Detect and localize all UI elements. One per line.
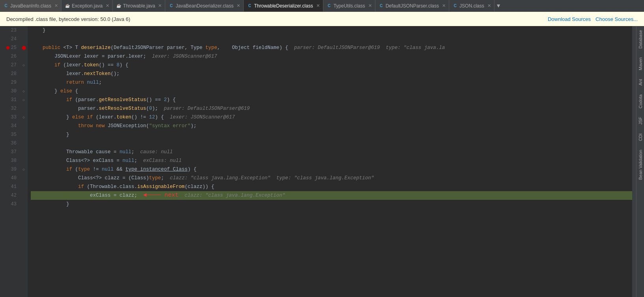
gutter-38 [20, 156, 28, 165]
gutter-41 [20, 182, 28, 191]
tab-label-throwabledeserializer: ThrowableDeserializer.class [254, 3, 313, 9]
code-line-26: JSONLexer lexer = parser.lexer; lexer: J… [31, 52, 632, 61]
tab-icon-throwabledeserializer: C [247, 3, 252, 9]
vertical-scrollbar[interactable] [632, 26, 636, 297]
gutter-34 [20, 122, 28, 130]
gutter-28 [20, 70, 28, 78]
tab-close-javabeandeserializer[interactable]: ✕ [237, 3, 240, 8]
code-line-40: Class<?> clazz = (Class)type; clazz: "cl… [31, 174, 632, 182]
tab-label-exception: Exception.java [72, 3, 103, 9]
line-num-30: 30 [3, 87, 17, 96]
sidebar-tab-cdi[interactable]: CDI [637, 130, 644, 145]
line-num-41: 41 [3, 182, 17, 191]
line-num-27: 27 [3, 61, 17, 70]
tab-label-javabeandeserializer: JavaBeanDeserializer.class [175, 3, 233, 9]
line-num-39: 39 [3, 165, 17, 174]
choose-sources-link[interactable]: Choose Sources... [595, 16, 638, 22]
gutter-37 [20, 148, 28, 156]
code-line-23: } [31, 26, 632, 35]
code-line-31: if (parser.getResolveStatus() == 2) { [31, 96, 632, 104]
code-editor[interactable]: 23 24 25 26 27 28 29 30 31 32 33 34 35 3… [0, 26, 636, 297]
line-num-23: 23 [3, 26, 17, 35]
gutter-26 [20, 52, 28, 61]
sidebar-tab-maven[interactable]: Maven [637, 53, 644, 74]
tab-icon-javabeaninfo: C [3, 3, 9, 9]
tab-json[interactable]: C JSON.class ✕ [449, 0, 495, 12]
tab-label-json: JSON.class [459, 3, 484, 9]
code-line-28: lexer.nextToken(); [31, 70, 632, 78]
code-line-42: exClass = clazz; ◄──── next clazz: "clas… [31, 191, 632, 200]
debug-gutter: ⬤ ◇ ◇ ◇ ◇ ◇ [20, 26, 28, 297]
tab-close-throwabledeserializer[interactable]: ✕ [316, 3, 320, 8]
sidebar-tab-database[interactable]: Database [637, 26, 644, 53]
tab-javabeaninfo[interactable]: C JavaBeanInfo.class ✕ [0, 0, 62, 12]
code-line-27: if (lexer.token() == 8) { [31, 61, 632, 70]
line-num-37: 37 [3, 148, 17, 156]
gutter-42 [20, 191, 28, 200]
tab-icon-typeutils: C [327, 3, 332, 9]
tab-icon-defaultjsonparser: C [379, 3, 384, 9]
gutter-43 [20, 200, 28, 209]
tab-close-javabeaninfo[interactable]: ✕ [54, 3, 58, 8]
tab-javabeandeserializer[interactable]: C JavaBeanDeserializer.class ✕ [165, 0, 244, 12]
tab-close-json[interactable]: ✕ [487, 3, 491, 8]
debug-arrow-icon: ◄──── next [143, 191, 179, 200]
gutter-23 [20, 26, 28, 35]
tab-defaultjsonparser[interactable]: C DefaultJSONParser.class ✕ [375, 0, 449, 12]
code-line-33: } else if (lexer.token() != 12) { lexer:… [31, 113, 632, 122]
sidebar-tab-bean-validation[interactable]: Bean Validation [637, 146, 644, 184]
sidebar-tab-codota[interactable]: Codota [637, 90, 644, 112]
gutter-33: ◇ [20, 113, 28, 122]
code-line-36 [31, 139, 632, 148]
code-line-39: if (type != null && type instanceof Clas… [31, 165, 632, 174]
line-num-26: 26 [3, 52, 17, 61]
tab-icon-json: C [452, 3, 458, 9]
tab-label-javabeaninfo: JavaBeanInfo.class [10, 3, 51, 9]
tab-close-typeutils[interactable]: ✕ [368, 3, 372, 8]
download-sources-link[interactable]: Download Sources [548, 16, 591, 22]
code-content: } public <T> T deserialze(DefaultJSONPar… [28, 26, 632, 297]
code-scroll: 23 24 25 26 27 28 29 30 31 32 33 34 35 3… [0, 26, 636, 297]
tab-icon-javabeandeserializer: C [168, 3, 174, 9]
gutter-40 [20, 174, 28, 182]
tab-throwabledeserializer[interactable]: C ThrowableDeserializer.class ✕ [244, 0, 323, 12]
gutter-31: ◇ [20, 96, 28, 104]
code-line-25: public <T> T deserialze(DefaultJSONParse… [31, 43, 632, 52]
tab-more-button[interactable]: ▼ [495, 3, 502, 9]
sidebar-tab-ant[interactable]: Ant [637, 75, 644, 90]
line-num-36: 36 [3, 139, 17, 148]
line-num-35: 35 [3, 130, 17, 139]
line-num-34: 34 [3, 122, 17, 130]
code-line-29: return null; [31, 78, 632, 87]
notification-bar: Decompiled .class file, bytecode version… [0, 12, 644, 26]
code-line-41: if (Throwable.class.isAssignableFrom(cla… [31, 182, 632, 191]
line-num-28: 28 [3, 70, 17, 78]
line-num-32: 32 [3, 104, 17, 113]
line-num-38: 38 [3, 156, 17, 165]
main-area: 23 24 25 26 27 28 29 30 31 32 33 34 35 3… [0, 26, 644, 297]
gutter-35 [20, 130, 28, 139]
gutter-32 [20, 104, 28, 113]
line-num-25: 25 [3, 43, 17, 52]
code-line-32: parser.setResolveStatus(0); parser: Defa… [31, 104, 632, 113]
gutter-24 [20, 35, 28, 43]
gutter-36 [20, 139, 28, 148]
tab-label-defaultjsonparser: DefaultJSONParser.class [386, 3, 439, 9]
sidebar-tab-jsf[interactable]: JSF [637, 113, 644, 129]
tab-typeutils[interactable]: C TypeUtils.class ✕ [323, 0, 375, 12]
tab-close-throwable[interactable]: ✕ [158, 3, 162, 8]
code-line-38: Class<?> exClass = null; exClass: null [31, 156, 632, 165]
tab-close-defaultjsonparser[interactable]: ✕ [442, 3, 446, 8]
notification-text: Decompiled .class file, bytecode version… [6, 16, 130, 22]
tab-exception[interactable]: ☕ Exception.java ✕ [62, 0, 113, 12]
line-num-40: 40 [3, 174, 17, 182]
tab-close-exception[interactable]: ✕ [106, 3, 109, 8]
gutter-39: ◇ [20, 165, 28, 174]
code-line-37: Throwable cause = null; cause: null [31, 148, 632, 156]
code-line-35: } [31, 130, 632, 139]
tab-bar: C JavaBeanInfo.class ✕ ☕ Exception.java … [0, 0, 644, 12]
line-num-42: 42 [3, 191, 17, 200]
right-sidebar: Database Maven Ant Codota JSF CDI Bean V… [636, 26, 644, 297]
tab-throwable[interactable]: ☕ Throwable.java ✕ [113, 0, 165, 12]
gutter-30: ◇ [20, 87, 28, 96]
